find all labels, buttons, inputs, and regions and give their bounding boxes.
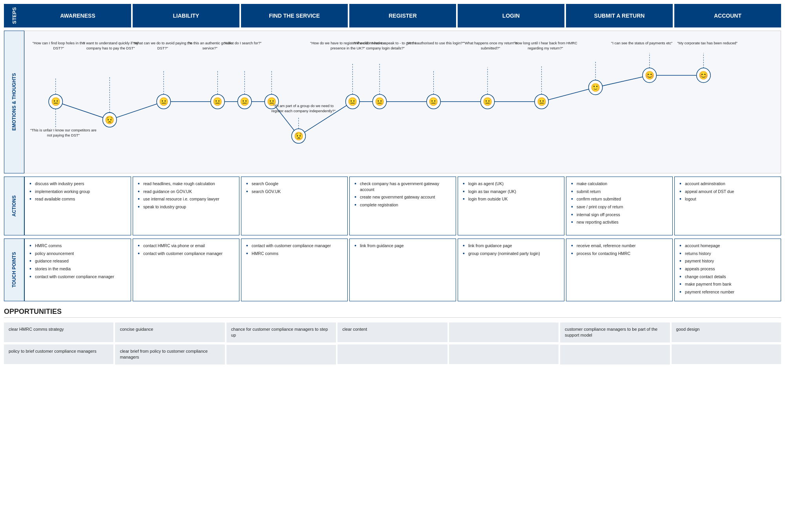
emotions-content: 😐 😟 😐 😐 😐 😐	[24, 31, 781, 173]
opp-box: concise guidance	[115, 322, 225, 342]
header-col-account: ACCOUNT	[674, 4, 781, 27]
action-item: speak to industry group	[138, 204, 234, 210]
action-item: create new government gateway account	[354, 194, 451, 200]
svg-text:😐: 😐	[159, 97, 169, 107]
opp-box: good design	[672, 322, 781, 342]
svg-text:😐: 😐	[429, 97, 438, 107]
actions-col-2: search Googlesearch GOV.UK	[241, 177, 348, 235]
main-container: STEPS AWARENESSLIABILITYFIND THE SERVICE…	[0, 0, 785, 368]
touch-item: stories in the media	[29, 266, 126, 272]
action-item: login from outside UK	[463, 196, 559, 202]
opp-col-3: clear content	[338, 322, 447, 364]
action-item: discuss with industry peers	[29, 181, 126, 187]
svg-text:😟: 😟	[105, 115, 115, 125]
touch-item: contact with customer compliance manager	[29, 274, 126, 280]
svg-text:😊: 😊	[699, 71, 708, 80]
touch-item: link from guidance page	[354, 243, 451, 249]
opp-box: chance for customer compliance managers …	[226, 322, 336, 343]
header-row: STEPS AWARENESSLIABILITYFIND THE SERVICE…	[4, 4, 781, 27]
touch-item: returns history	[679, 251, 776, 257]
touch-row: TOUCH POINTS HMRC commspolicy announceme…	[4, 239, 781, 301]
opp-col-5: customer compliance managers to be part …	[560, 322, 670, 364]
header-cols: AWARENESSLIABILITYFIND THE SERVICEREGIST…	[24, 4, 781, 27]
opp-box: clear content	[338, 322, 447, 342]
opp-box	[226, 345, 336, 364]
svg-text:😐: 😐	[240, 97, 250, 107]
action-item: implementation working group	[29, 189, 126, 195]
action-item: save / print copy of return	[571, 204, 668, 210]
action-item: internal sign off process	[571, 212, 668, 218]
action-item: read available comms	[29, 196, 126, 202]
header-col-submit-a-return: SUBMIT A RETURN	[566, 4, 673, 27]
actions-cols: discuss with industry peersimplementatio…	[24, 177, 781, 235]
touch-col-3: link from guidance page	[349, 239, 456, 301]
actions-col-5: make calculationsubmit returnconfirm ret…	[566, 177, 673, 235]
header-col-login: LOGIN	[458, 4, 564, 27]
touch-item: appeals process	[679, 266, 776, 272]
touch-item: policy announcement	[29, 251, 126, 257]
svg-text:😊: 😊	[645, 71, 655, 80]
touch-item: contact with customer compliance manager	[138, 251, 234, 257]
header-col-find-the-service: FIND THE SERVICE	[241, 4, 348, 27]
opportunities-cols: clear HMRC comms strategypolicy to brief…	[4, 322, 781, 364]
opportunities-section: OPPORTUNITIES clear HMRC comms strategyp…	[4, 308, 781, 364]
touch-item: contact HMRC via phone or email	[138, 243, 234, 249]
header-col-liability: LIABILITY	[133, 4, 239, 27]
opp-box: clear HMRC comms strategy	[4, 322, 113, 342]
action-item: logout	[679, 196, 776, 202]
svg-text:😐: 😐	[537, 97, 547, 107]
action-item: check company has a government gateway a…	[354, 181, 451, 192]
touch-cols: HMRC commspolicy announcementguidance re…	[24, 239, 781, 301]
action-item: read guidance on GOV.UK	[138, 189, 234, 195]
touch-item: link from guidance page	[463, 243, 559, 249]
touch-item: group company (nominated party login)	[463, 251, 559, 257]
opportunities-title: OPPORTUNITIES	[4, 308, 781, 318]
header-col-register: REGISTER	[349, 4, 456, 27]
touch-item: process for contacting HMRC	[571, 251, 668, 257]
opp-box	[560, 345, 670, 364]
opp-box	[449, 344, 559, 364]
touch-item: HMRC comms	[246, 251, 343, 257]
actions-col-0: discuss with industry peersimplementatio…	[24, 177, 131, 235]
opp-col-6: good design	[672, 322, 781, 364]
svg-text:😐: 😐	[348, 97, 358, 107]
opp-col-2: chance for customer compliance managers …	[226, 322, 336, 364]
action-item: make calculation	[571, 181, 668, 187]
touch-col-2: contact with customer compliance manager…	[241, 239, 348, 301]
action-item: use internal resource i.e. company lawye…	[138, 196, 234, 202]
actions-col-6: account adminstrationappeal amount of DS…	[674, 177, 781, 235]
touch-item: HMRC comms	[29, 243, 126, 249]
touch-col-1: contact HMRC via phone or emailcontact w…	[133, 239, 239, 301]
opp-box	[672, 344, 781, 364]
touch-item: account homepage	[679, 243, 776, 249]
touch-col-5: receive email, reference numberprocess f…	[566, 239, 673, 301]
action-item: complete registration	[354, 202, 451, 208]
svg-text:😐: 😐	[51, 97, 61, 107]
touch-item: guidance released	[29, 258, 126, 264]
actions-label: ACTIONS	[4, 177, 24, 235]
actions-col-1: read headlines, make rough calculationre…	[133, 177, 239, 235]
svg-text:😐: 😐	[213, 97, 223, 107]
touch-item: make payment from bank	[679, 281, 776, 287]
action-item: read headlines, make rough calculation	[138, 181, 234, 187]
touch-item: payment reference number	[679, 289, 776, 295]
touch-col-4: link from guidance pagegroup company (no…	[458, 239, 564, 301]
actions-col-3: check company has a government gateway a…	[349, 177, 456, 235]
opp-box: customer compliance managers to be part …	[560, 322, 670, 343]
action-item: search Google	[246, 181, 343, 187]
opp-box	[449, 322, 559, 342]
opp-col-1: concise guidanceclear brief from policy …	[115, 322, 225, 364]
opp-box: clear brief from policy to customer comp…	[115, 344, 225, 364]
action-item: account adminstration	[679, 181, 776, 187]
action-item: submit return	[571, 189, 668, 195]
action-item: new reporting activities	[571, 219, 668, 225]
touch-col-6: account homepagereturns historypayment h…	[674, 239, 781, 301]
emotions-row: EMOTIONS & THOUGHTS 😐 😟	[4, 31, 781, 173]
emotions-label: EMOTIONS & THOUGHTS	[4, 31, 24, 173]
action-item: confirm return submitted	[571, 196, 668, 202]
opp-box	[338, 344, 447, 364]
action-item: search GOV.UK	[246, 189, 343, 195]
header-col-awareness: AWARENESS	[24, 4, 131, 27]
touch-item: receive email, reference number	[571, 243, 668, 249]
action-item: login as agent (UK)	[463, 181, 559, 187]
